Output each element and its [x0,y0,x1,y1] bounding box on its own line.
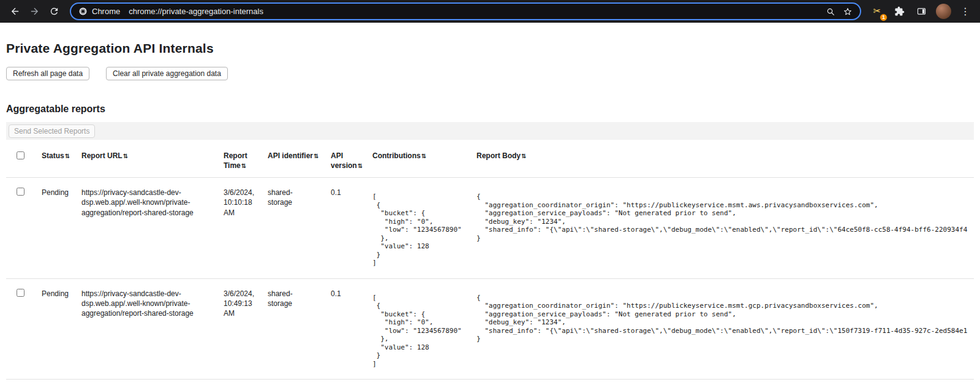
bookmark-button[interactable] [839,4,856,20]
sort-icon: ⇅ [358,162,363,169]
report-row: Pending https://privacy-sandcastle-dev-d… [6,178,974,279]
contributions-json: [ { "bucket": { "high": "0", "low": "123… [372,193,472,267]
browser-toolbar: Chrome chrome://private-aggregation-inte… [0,0,980,23]
reload-icon [49,6,59,17]
select-all-checkbox[interactable] [17,151,24,159]
row-checkbox-cell [6,278,42,380]
header-contributions[interactable]: Contributions⇅ [372,143,477,178]
select-all-cell [6,143,42,178]
url-text: chrome://private-aggregation-internals [129,7,263,16]
header-api-version[interactable]: API version⇅ [331,143,372,178]
extensions-button[interactable] [889,2,909,21]
table-header-row: Status⇅ Report URL⇅ Report Time⇅ API ide… [6,143,974,178]
sort-icon: ⇅ [65,153,70,159]
sort-icon: ⇅ [241,162,246,169]
side-panel-button[interactable] [911,2,931,21]
address-bar[interactable]: Chrome chrome://private-aggregation-inte… [70,2,861,20]
header-status[interactable]: Status⇅ [42,143,81,178]
clear-all-button[interactable]: Clear all private aggregation data [106,67,228,80]
contributions-json: [ { "bucket": { "high": "0", "low": "123… [372,294,472,369]
report-body-json: { "aggregation_coordinator_origin": "htt… [477,294,969,343]
header-api-identifier[interactable]: API identifier⇅ [268,143,331,178]
page-actions: Refresh all page data Clear all private … [6,67,974,80]
row-checkbox-cell [6,178,42,279]
reports-table: Status⇅ Report URL⇅ Report Time⇅ API ide… [6,143,974,380]
header-report-body[interactable]: Report Body⇅ [477,143,974,178]
forward-button[interactable] [24,2,44,21]
send-selected-reports-button[interactable]: Send Selected Reports [9,124,95,138]
header-report-url-label: Report URL [81,151,123,160]
back-arrow-icon [10,6,20,17]
header-contributions-label: Contributions [372,151,421,160]
contributions-cell: [ { "bucket": { "high": "0", "low": "123… [372,278,477,380]
contributions-cell: [ { "bucket": { "high": "0", "low": "123… [372,178,477,279]
row-checkbox[interactable] [17,289,24,297]
header-report-body-label: Report Body [477,151,521,160]
side-panel-icon [916,6,927,17]
toolbar-right-cluster: ✂ 1 ⋮ [867,2,975,21]
report-body-cell: { "aggregation_coordinator_origin": "htt… [477,278,974,380]
row-checkbox[interactable] [17,188,24,196]
report-body-json: { "aggregation_coordinator_origin": "htt… [477,193,969,242]
site-chip-label: Chrome [92,7,120,16]
page-title: Private Aggregation API Internals [6,41,974,56]
api-version-cell: 0.1 [331,278,372,380]
api-identifier-cell: shared-storage [268,178,331,279]
forward-arrow-icon [29,6,40,17]
sort-icon: ⇅ [314,153,318,159]
chrome-logo-icon [78,7,88,16]
menu-button[interactable]: ⋮ [956,2,975,21]
report-url-cell: https://privacy-sandcastle-dev-dsp.web.a… [81,278,224,380]
puzzle-icon [894,6,905,17]
header-api-identifier-label: API identifier [268,151,313,160]
site-chip: Chrome [78,7,120,16]
status-cell: Pending [42,278,81,380]
three-dot-menu-icon: ⋮ [960,7,970,17]
reload-button[interactable] [44,2,64,21]
send-reports-bar: Send Selected Reports [6,122,974,140]
report-body-cell: { "aggregation_coordinator_origin": "htt… [477,178,974,279]
api-version-cell: 0.1 [331,178,372,279]
section-title: Aggregatable reports [6,104,974,115]
sort-icon: ⇅ [521,153,526,159]
header-api-version-label: API version [331,151,357,170]
page-content: Private Aggregation API Internals Refres… [0,41,980,380]
back-button[interactable] [5,2,24,21]
status-cell: Pending [42,178,81,279]
header-status-label: Status [42,151,64,160]
star-icon [843,7,853,17]
avatar [936,4,951,19]
api-identifier-cell: shared-storage [268,278,331,380]
zoom-button[interactable] [822,4,839,20]
notification-badge: 1 [880,13,888,21]
header-report-time[interactable]: Report Time⇅ [224,143,268,178]
sort-icon: ⇅ [123,153,128,159]
report-url-cell: https://privacy-sandcastle-dev-dsp.web.a… [81,178,224,279]
profile-button[interactable] [933,2,953,21]
magnifier-icon [826,7,835,17]
header-report-url[interactable]: Report URL⇅ [81,143,224,178]
report-time-cell: 3/6/2024, 10:49:13 AM [224,278,268,380]
sort-icon: ⇅ [421,153,426,159]
cut-tool-button[interactable]: ✂ 1 [867,2,887,21]
report-time-cell: 3/6/2024, 10:10:18 AM [224,178,268,279]
refresh-all-button[interactable]: Refresh all page data [6,67,89,80]
report-row: Pending https://privacy-sandcastle-dev-d… [6,278,974,380]
